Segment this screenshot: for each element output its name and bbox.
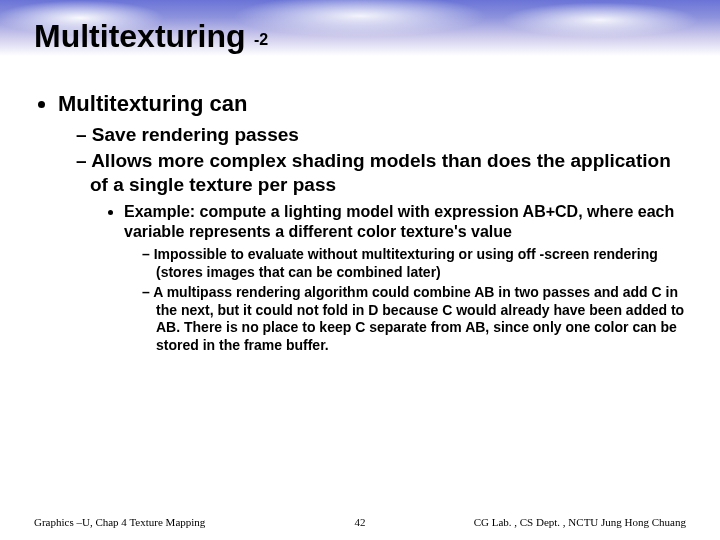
bullet-text: A multipass rendering algorithm could co… bbox=[153, 284, 684, 353]
bullet-text: Multitexturing can bbox=[58, 91, 247, 116]
slide-title-suffix: -2 bbox=[254, 31, 268, 49]
slide-footer: Graphics –U, Chap 4 Texture Mapping 42 C… bbox=[0, 516, 720, 528]
slide-title: Multitexturing bbox=[34, 18, 246, 55]
slide-content: Multitexturing can Save rendering passes… bbox=[0, 91, 720, 354]
bullet-list-level2: Save rendering passes Allows more comple… bbox=[58, 123, 686, 354]
list-item: A multipass rendering algorithm could co… bbox=[142, 284, 686, 354]
bullet-text: Save rendering passes bbox=[92, 124, 299, 145]
bullet-list-level4: Impossible to evaluate without multitext… bbox=[124, 246, 686, 354]
bullet-text: Example: compute a lighting model with e… bbox=[124, 203, 674, 240]
list-item: Impossible to evaluate without multitext… bbox=[142, 246, 686, 281]
footer-page-number: 42 bbox=[355, 516, 366, 528]
list-item: Allows more complex shading models than … bbox=[76, 149, 686, 355]
bullet-list-level3: Example: compute a lighting model with e… bbox=[90, 202, 686, 354]
slide-title-area: Multitexturing -2 bbox=[0, 0, 720, 55]
list-item: Multitexturing can Save rendering passes… bbox=[58, 91, 686, 354]
footer-right: CG Lab. , CS Dept. , NCTU Jung Hong Chua… bbox=[474, 516, 686, 528]
list-item: Save rendering passes bbox=[76, 123, 686, 147]
bullet-list-level1: Multitexturing can Save rendering passes… bbox=[34, 91, 686, 354]
bullet-text: Allows more complex shading models than … bbox=[90, 150, 671, 195]
list-item: Example: compute a lighting model with e… bbox=[124, 202, 686, 354]
bullet-text: Impossible to evaluate without multitext… bbox=[154, 246, 658, 280]
footer-left: Graphics –U, Chap 4 Texture Mapping bbox=[34, 516, 205, 528]
